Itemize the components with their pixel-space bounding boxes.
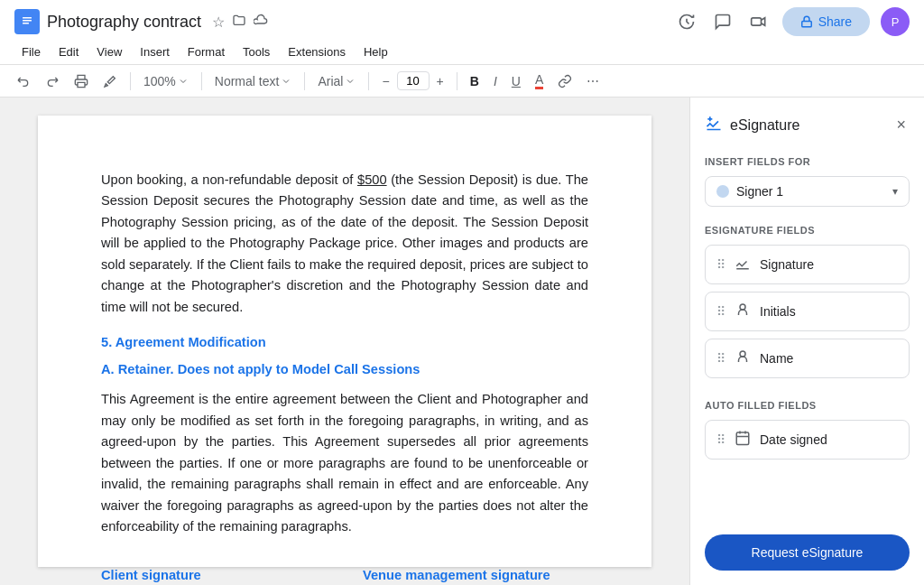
panel-title: eSignature: [730, 117, 799, 134]
drag-handle-date: ⠿: [716, 432, 725, 447]
signature-field[interactable]: ⠿ Signature: [705, 245, 910, 284]
divider-3: [304, 72, 305, 90]
panel-close-button[interactable]: ×: [892, 112, 910, 138]
link-button[interactable]: [552, 70, 578, 92]
comment-icon[interactable]: [710, 9, 735, 34]
client-sig-label: Client signature: [101, 565, 327, 586]
top-right: Share P: [674, 7, 910, 36]
menu-edit[interactable]: Edit: [51, 42, 86, 62]
bold-button[interactable]: B: [465, 70, 485, 92]
initials-field[interactable]: ⠿ Initials: [705, 292, 910, 331]
esig-icon: [705, 114, 723, 136]
svg-point-8: [740, 351, 745, 357]
request-esignature-button[interactable]: Request eSignature: [705, 534, 910, 571]
svg-point-7: [740, 304, 745, 310]
date-signed-field[interactable]: ⠿ Date signed: [705, 420, 910, 460]
dropdown-arrow-icon: ▾: [892, 185, 898, 198]
top-bar: Photography contract ☆: [0, 0, 924, 65]
style-selector[interactable]: Normal text: [209, 70, 298, 92]
panel-header: eSignature ×: [705, 112, 910, 138]
folder-icon[interactable]: [232, 13, 246, 31]
drag-handle-signature: ⠿: [716, 257, 725, 272]
right-panel: eSignature × INSERT FIELDS FOR Signer 1 …: [689, 98, 924, 585]
date-signed-label: Date signed: [760, 432, 827, 447]
heading-1: 5. Agreement Modification: [101, 332, 588, 353]
avatar[interactable]: P: [881, 7, 910, 36]
cloud-icon[interactable]: [254, 13, 268, 31]
doc-page: Upon booking, a non-refundable deposit o…: [38, 116, 651, 567]
svg-rect-3: [23, 23, 29, 24]
paint-button[interactable]: [97, 70, 123, 92]
drag-handle-initials: ⠿: [716, 304, 725, 319]
calendar-icon: [735, 430, 751, 450]
doc-title: Photography contract: [47, 13, 201, 32]
main-area: Upon booking, a non-refundable deposit o…: [0, 98, 924, 585]
signer-dropdown[interactable]: Signer 1 ▾: [705, 176, 910, 207]
svg-rect-0: [20, 13, 34, 31]
menu-view[interactable]: View: [89, 42, 129, 62]
toolbar: 100% Normal text Arial − + B I U A ⋯: [0, 65, 924, 98]
initials-icon: [735, 302, 751, 321]
name-label: Name: [760, 351, 793, 366]
name-field[interactable]: ⠿ Name: [705, 339, 910, 378]
more-button[interactable]: ⋯: [581, 70, 605, 92]
title-icons: ☆: [212, 13, 268, 31]
redo-button[interactable]: [40, 70, 65, 92]
menu-format[interactable]: Format: [180, 42, 232, 62]
increase-font-button[interactable]: +: [431, 70, 449, 92]
decrease-font-button[interactable]: −: [376, 70, 394, 92]
menu-bar: File Edit View Insert Format Tools Exten…: [0, 40, 924, 64]
history-icon[interactable]: [674, 9, 699, 34]
signer-name: Signer 1: [736, 184, 885, 199]
menu-file[interactable]: File: [14, 42, 48, 62]
svg-rect-1: [23, 17, 32, 19]
text-color-button[interactable]: A: [530, 69, 549, 93]
font-size-controls: − +: [376, 70, 448, 92]
undo-button[interactable]: [11, 70, 36, 92]
venue-sig-col: Venue management signature: [363, 565, 588, 586]
auto-fields-label: AUTO FILLED FIELDS: [705, 400, 910, 411]
svg-rect-5: [801, 21, 811, 26]
share-button[interactable]: Share: [782, 7, 870, 36]
initials-label: Initials: [760, 304, 796, 319]
sub-heading-1: A. Retainer. Does not apply to Model Cal…: [101, 359, 588, 380]
menu-extensions[interactable]: Extensions: [281, 42, 353, 62]
title-bar: Photography contract ☆: [0, 0, 924, 40]
divider-4: [368, 72, 369, 90]
venue-sig-label: Venue management signature: [363, 565, 588, 586]
font-size-input[interactable]: [397, 71, 430, 90]
doc-area[interactable]: Upon booking, a non-refundable deposit o…: [0, 98, 689, 585]
svg-rect-4: [751, 18, 761, 25]
divider-5: [457, 72, 457, 90]
insert-fields-label: INSERT FIELDS FOR: [705, 156, 910, 167]
star-icon[interactable]: ☆: [212, 14, 225, 31]
svg-rect-9: [736, 432, 749, 445]
svg-rect-2: [23, 20, 32, 22]
panel-title-row: eSignature: [705, 114, 799, 136]
divider-1: [130, 72, 131, 90]
italic-button[interactable]: I: [488, 70, 503, 92]
menu-tools[interactable]: Tools: [236, 42, 277, 62]
client-sig-col: Client signature: [101, 565, 327, 586]
menu-insert[interactable]: Insert: [133, 42, 177, 62]
zoom-control[interactable]: 100%: [138, 70, 194, 92]
meet-icon[interactable]: [746, 9, 772, 34]
signature-icon: [735, 255, 751, 274]
underline-button[interactable]: U: [506, 70, 526, 92]
name-icon: [735, 348, 751, 368]
signer-dot: [716, 185, 729, 198]
font-selector[interactable]: Arial: [312, 70, 361, 92]
signature-label: Signature: [760, 257, 814, 272]
signature-section: Client signature Venue management signat…: [101, 565, 588, 586]
print-button[interactable]: [69, 70, 94, 92]
menu-help[interactable]: Help: [356, 42, 395, 62]
divider-2: [201, 72, 202, 90]
drag-handle-name: ⠿: [716, 351, 725, 366]
google-docs-icon: [14, 9, 40, 34]
esig-fields-label: ESIGNATURE FIELDS: [705, 225, 910, 236]
body-text-1: Upon booking, a non-refundable deposit o…: [101, 170, 588, 318]
body-text-2: This Agreement is the entire agreement b…: [101, 389, 588, 537]
